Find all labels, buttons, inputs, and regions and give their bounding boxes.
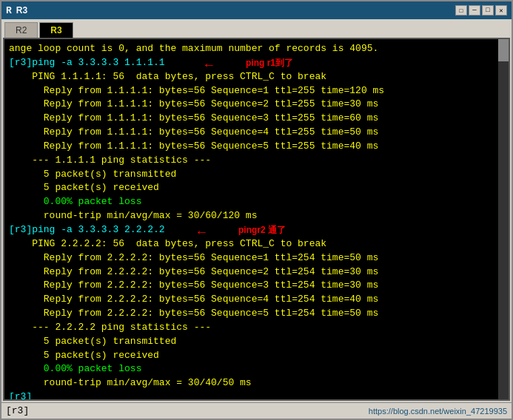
terminal-line: 5 packet(s) received (9, 349, 504, 363)
terminal-line: Reply from 1.1.1.1: bytes=56 Sequence=1 … (9, 84, 504, 98)
terminal-line: ange loop count is 0, and the maximum nu… (9, 42, 504, 56)
window-icon: R (6, 5, 12, 16)
title-bar-controls: □ ─ □ ✕ (455, 5, 507, 16)
terminal-line: [r3] (9, 390, 504, 399)
terminal-line: Reply from 2.2.2.2: bytes=56 Sequence=5 … (9, 307, 504, 321)
terminal-line: Reply from 2.2.2.2: bytes=56 Sequence=3 … (9, 279, 504, 293)
terminal-line: --- 1.1.1.1 ping statistics --- (9, 154, 504, 168)
terminal-line: PING 1.1.1.1: 56 data bytes, press CTRL_… (9, 70, 504, 84)
terminal-line: [r3]ping -a 3.3.3.3 1.1.1.1←ping r1到了 (9, 56, 504, 70)
terminal-line: 5 packet(s) received (9, 181, 504, 195)
tab-r3[interactable]: R3 (39, 22, 73, 38)
title-bar: R R3 □ ─ □ ✕ (1, 1, 512, 19)
scrollbar[interactable] (498, 39, 509, 399)
terminal-line: Reply from 2.2.2.2: bytes=56 Sequence=1 … (9, 251, 504, 265)
terminal-line: PING 2.2.2.2: 56 data bytes, press CTRL_… (9, 237, 504, 251)
terminal-line: Reply from 1.1.1.1: bytes=56 Sequence=3 … (9, 112, 504, 126)
terminal-line: 5 packet(s) transmitted (9, 168, 504, 182)
terminal-line: [r3]ping -a 3.3.3.3 2.2.2.2←pingr2 通了 (9, 223, 504, 237)
terminal-line: Reply from 1.1.1.1: bytes=56 Sequence=5 … (9, 140, 504, 154)
terminal-line: 5 packet(s) transmitted (9, 335, 504, 349)
tab-r2[interactable]: R2 (4, 22, 38, 38)
status-bar: [r3] https://blog.csdn.net/weixin_472199… (1, 402, 512, 419)
terminal-line: 0.00% packet loss (9, 195, 504, 209)
ping2-annotation: pingr2 通了 (238, 224, 286, 237)
terminal-line: --- 2.2.2.2 ping statistics --- (9, 321, 504, 335)
title-bar-left: R R3 (6, 5, 27, 16)
terminal-line: Reply from 2.2.2.2: bytes=56 Sequence=2 … (9, 265, 504, 280)
terminal-line: Reply from 2.2.2.2: bytes=56 Sequence=4 … (9, 293, 504, 307)
status-left: [r3] (6, 405, 29, 416)
scrollbar-thumb[interactable] (498, 39, 509, 61)
main-window: R R3 □ ─ □ ✕ R2 R3 ange loop count is 0,… (0, 0, 513, 420)
minimize-button[interactable]: ─ (469, 5, 480, 16)
terminal-wrapper: ange loop count is 0, and the maximum nu… (3, 38, 510, 401)
terminal-line: Reply from 1.1.1.1: bytes=56 Sequence=4 … (9, 126, 504, 140)
terminal-line: round-trip min/avg/max = 30/40/50 ms (9, 376, 504, 390)
terminal[interactable]: ange loop count is 0, and the maximum nu… (4, 39, 509, 399)
restore-button[interactable]: □ (455, 5, 467, 16)
terminal-line: 0.00% packet loss (9, 362, 504, 376)
status-right: https://blog.csdn.net/weixin_47219935 (369, 407, 507, 416)
maximize-button[interactable]: □ (482, 5, 494, 16)
terminal-line: round-trip min/avg/max = 30/60/120 ms (9, 209, 504, 223)
terminal-line: Reply from 1.1.1.1: bytes=56 Sequence=2 … (9, 98, 504, 112)
close-button[interactable]: ✕ (495, 5, 507, 16)
tab-bar: R2 R3 (1, 19, 512, 38)
window-title: R3 (16, 5, 27, 16)
ping1-annotation: ping r1到了 (246, 57, 293, 70)
